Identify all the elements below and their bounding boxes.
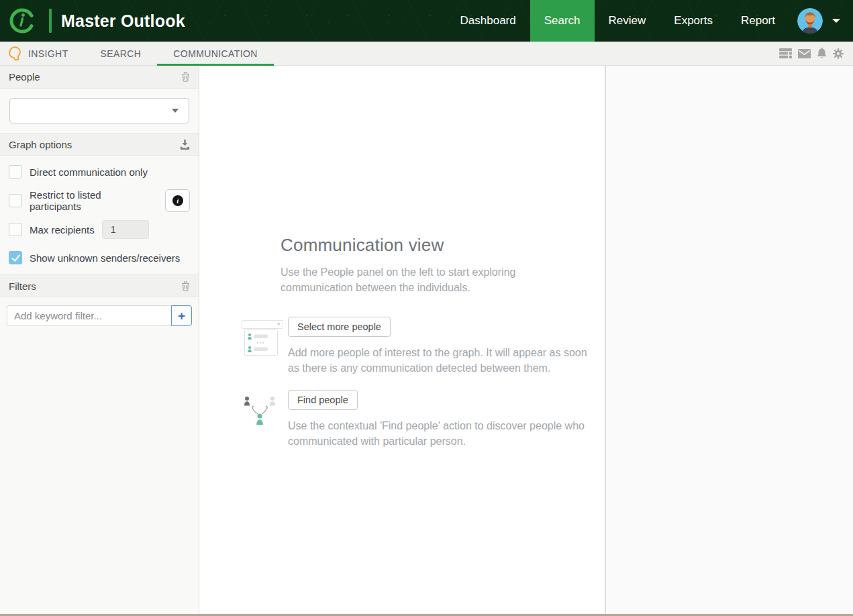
- communication-canvas: Communication view Use the People panel …: [199, 66, 605, 614]
- tab-insight[interactable]: INSIGHT: [0, 42, 85, 65]
- page-title: Communication view: [281, 235, 605, 256]
- hint-find-people: Find people Use the contextual 'Find peo…: [281, 390, 605, 449]
- empty-state: Communication view Use the People panel …: [199, 66, 605, 449]
- option-label: Show unknown senders/receivers: [30, 252, 180, 264]
- user-avatar[interactable]: [797, 8, 823, 34]
- keyword-filter-input[interactable]: [7, 305, 171, 326]
- hint-text: Add more people of interest to the graph…: [288, 345, 598, 376]
- hint-text: Use the contextual 'Find people' action …: [288, 418, 598, 449]
- option-row: Direct communication only: [0, 158, 199, 186]
- find-people-illustration-icon: [242, 390, 288, 449]
- tab-search[interactable]: SEARCH: [85, 42, 158, 65]
- server-icon[interactable]: [779, 48, 792, 58]
- keyword-filter-group: +: [7, 305, 192, 326]
- clear-filters-trash-icon[interactable]: [181, 281, 190, 291]
- option-row: Show unknown senders/receivers: [0, 244, 199, 272]
- detail-panel: [605, 66, 853, 614]
- people-list-illustration-icon: [242, 317, 288, 376]
- find-people-button[interactable]: Find people: [288, 390, 358, 410]
- filters-title: Filters: [9, 280, 36, 292]
- option-label: Restrict to listed participants: [30, 189, 154, 212]
- tab-search-label: SEARCH: [101, 48, 142, 59]
- restrict-participants-checkbox[interactable]: [9, 194, 22, 207]
- tab-communication[interactable]: COMMUNICATION: [157, 42, 274, 65]
- section-tabbar: INSIGHT SEARCH COMMUNICATION: [0, 42, 853, 66]
- add-filter-button[interactable]: +: [171, 305, 192, 326]
- filters-body: +: [0, 297, 199, 334]
- people-panel-title: People: [9, 71, 40, 83]
- chevron-down-icon[interactable]: [832, 19, 840, 23]
- max-recipients-input[interactable]: [102, 220, 149, 239]
- graph-options-title: Graph options: [9, 139, 72, 150]
- filters-header: Filters: [0, 274, 199, 297]
- user-menu[interactable]: [789, 0, 853, 42]
- show-unknown-checkbox[interactable]: [9, 251, 22, 264]
- toolbar-icons: [779, 42, 853, 65]
- graph-options-header: Graph options: [0, 133, 199, 156]
- graph-options-body: Direct communication only Restrict to li…: [0, 156, 199, 274]
- chevron-down-icon: [172, 109, 179, 113]
- top-nav: Dashboard Search Review Exports Report: [446, 0, 853, 42]
- left-sidebar: People Graph options: [0, 66, 199, 614]
- download-icon[interactable]: [180, 140, 190, 150]
- option-label: Max recipients: [30, 224, 95, 236]
- app-title: Master Outlook: [61, 11, 185, 31]
- nav-review[interactable]: Review: [595, 0, 660, 42]
- gear-icon[interactable]: [833, 48, 844, 59]
- hint-select-people: Select more people Add more people of in…: [281, 317, 605, 376]
- max-recipients-checkbox[interactable]: [9, 223, 22, 236]
- insight-head-icon: [8, 46, 21, 61]
- tab-insight-label: INSIGHT: [28, 48, 68, 59]
- people-panel-body: [0, 89, 199, 133]
- select-more-people-button[interactable]: Select more people: [288, 317, 391, 337]
- direct-communication-checkbox[interactable]: [9, 165, 22, 178]
- option-row: Restrict to listed participants i: [0, 186, 199, 215]
- nav-report[interactable]: Report: [727, 0, 789, 42]
- option-label: Direct communication only: [30, 166, 148, 178]
- people-panel-header: People: [0, 66, 199, 89]
- option-row: Max recipients: [0, 215, 199, 244]
- hint-body: Find people Use the contextual 'Find peo…: [288, 390, 603, 449]
- people-select[interactable]: [9, 98, 189, 123]
- tab-communication-label: COMMUNICATION: [173, 48, 258, 59]
- info-button[interactable]: i: [165, 189, 190, 212]
- info-icon: i: [172, 195, 183, 206]
- nav-exports[interactable]: Exports: [660, 0, 727, 42]
- mail-icon[interactable]: [798, 49, 811, 58]
- nav-search[interactable]: Search: [530, 0, 595, 42]
- top-header: Master Outlook Dashboard Search Review E…: [0, 0, 853, 42]
- nav-dashboard[interactable]: Dashboard: [446, 0, 530, 42]
- clear-people-trash-icon[interactable]: [181, 72, 190, 82]
- hint-body: Select more people Add more people of in…: [288, 317, 603, 376]
- intro-text: Use the People panel on the left to star…: [281, 264, 517, 295]
- brand-separator: [49, 9, 52, 33]
- brand[interactable]: Master Outlook: [0, 0, 185, 42]
- app-logo-icon: [8, 5, 38, 36]
- bell-icon[interactable]: [817, 48, 827, 59]
